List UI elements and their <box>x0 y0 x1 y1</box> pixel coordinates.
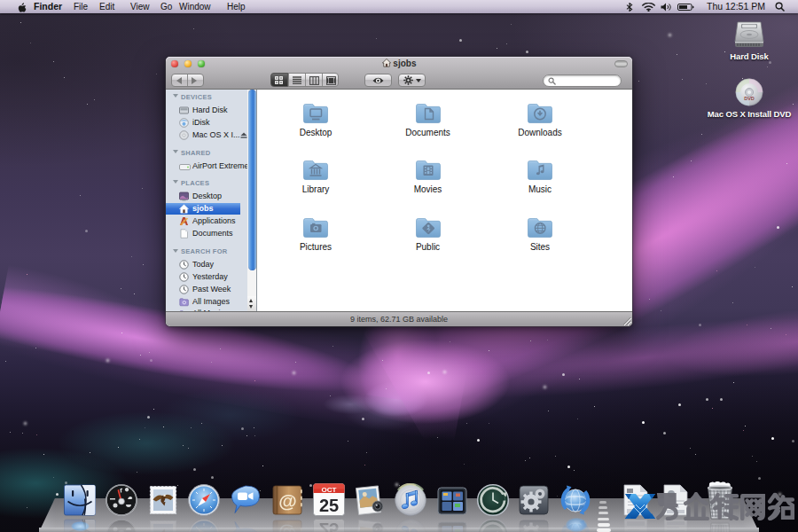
svg-text:DVD: DVD <box>744 96 755 101</box>
svg-text:@: @ <box>278 490 296 511</box>
svg-text:OCT: OCT <box>322 486 337 494</box>
svg-text:25: 25 <box>319 496 339 515</box>
